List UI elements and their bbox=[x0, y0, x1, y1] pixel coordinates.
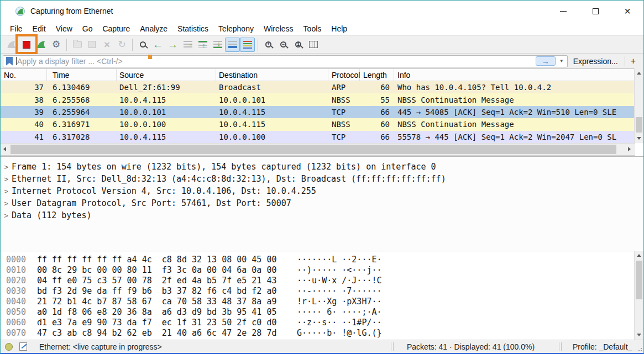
menu-go[interactable]: Go bbox=[77, 23, 98, 35]
hex-bytes[interactable]: ff ff ff ff ff ff a4 4c c8 8d 32 13 08 0… bbox=[37, 255, 287, 265]
packet-row-39[interactable]: 396.25596410.0.0.10110.0.4.115TCP66445 →… bbox=[1, 106, 635, 118]
filter-bookmark-icon[interactable] bbox=[6, 57, 13, 66]
scroll-down-arrow[interactable] bbox=[637, 334, 641, 336]
menu-capture[interactable]: Capture bbox=[97, 23, 135, 35]
stop-capture-button[interactable] bbox=[19, 38, 34, 52]
resize-grip[interactable] bbox=[636, 346, 642, 351]
zoom-normal-button[interactable]: 1 bbox=[291, 38, 306, 52]
packet-row-37[interactable]: 376.130469Dell_2f:61:99BroadcastARP60Who… bbox=[1, 81, 635, 93]
scroll-down-arrow[interactable] bbox=[637, 137, 641, 140]
expander-icon[interactable]: > bbox=[1, 199, 12, 208]
packet-list-vscrollbar[interactable] bbox=[634, 68, 643, 143]
scroll-left-arrow[interactable] bbox=[3, 147, 6, 151]
display-filter-input[interactable]: Apply a display filter ... <Ctrl-/> → ▼ bbox=[3, 55, 568, 67]
expander-icon[interactable]: > bbox=[1, 163, 12, 171]
column-header-time[interactable]: Time bbox=[47, 69, 117, 81]
expression-button[interactable]: Expression... bbox=[568, 57, 625, 66]
hex-ascii[interactable]: ··)····· ·<···j·· bbox=[297, 265, 382, 275]
expander-icon[interactable]: > bbox=[1, 212, 12, 220]
packet-row-38[interactable]: 386.25556810.0.4.11510.0.0.101NBSS55NBSS… bbox=[1, 93, 635, 105]
cell-len: 55 bbox=[360, 96, 394, 104]
scrollbar-thumb[interactable] bbox=[11, 145, 616, 154]
detail-line-3[interactable]: >User Datagram Protocol, Src Port: 57461… bbox=[1, 197, 643, 209]
menu-tools[interactable]: Tools bbox=[299, 23, 327, 35]
capture-options-button[interactable]: ⚙ bbox=[49, 38, 64, 52]
menu-help[interactable]: Help bbox=[326, 23, 352, 35]
hex-ascii[interactable]: ·······L ··2···E· bbox=[297, 255, 382, 265]
column-header-no[interactable]: No. bbox=[1, 69, 47, 81]
hex-ascii[interactable]: ··-····· ·7······ bbox=[297, 286, 382, 296]
scroll-up-arrow[interactable] bbox=[637, 254, 641, 257]
resize-columns-button[interactable] bbox=[306, 38, 321, 52]
hex-row-0070[interactable]: 007047 c3 ab c8 94 b2 62 eb 21 40 a6 6c … bbox=[1, 327, 643, 338]
scroll-right-arrow[interactable] bbox=[628, 147, 631, 151]
menu-bar: FileEditViewGoCaptureAnalyzeStatisticsTe… bbox=[1, 22, 643, 35]
apply-filter-button[interactable]: → bbox=[536, 56, 556, 66]
expander-icon[interactable]: > bbox=[1, 175, 12, 183]
zoom-out-button[interactable]: − bbox=[276, 38, 291, 52]
bytes-vscrollbar[interactable] bbox=[634, 251, 643, 340]
hex-row-0020[interactable]: 002004 ff e0 75 c3 57 00 78 2f ed 4a b5 … bbox=[1, 275, 643, 286]
packet-detail-pane: >Frame 1: 154 bytes on wire (1232 bits),… bbox=[1, 156, 643, 250]
profile-selector[interactable]: Profile: _Default_ bbox=[573, 342, 632, 351]
menu-file[interactable]: File bbox=[5, 23, 28, 35]
column-header-length[interactable]: Length bbox=[360, 69, 394, 81]
go-to-packet-button[interactable]: → bbox=[180, 38, 195, 52]
hex-bytes[interactable]: a0 1d f8 06 e8 20 36 8a a6 d3 d9 bd 3b 9… bbox=[37, 307, 287, 317]
column-header-source[interactable]: Source bbox=[117, 69, 216, 81]
close-button[interactable]: × bbox=[611, 1, 643, 22]
menu-statistics[interactable]: Statistics bbox=[172, 23, 213, 35]
auto-scroll-toggle[interactable] bbox=[225, 38, 240, 52]
hex-row-0060[interactable]: 0060d1 e3 7a e9 90 73 da f7 ec 1f 31 23 … bbox=[1, 317, 643, 327]
hex-ascii[interactable]: ····· 6· ····;·A· bbox=[297, 307, 382, 317]
menu-analyze[interactable]: Analyze bbox=[135, 23, 172, 35]
go-back-button[interactable]: ← bbox=[150, 38, 165, 52]
detail-line-0[interactable]: >Frame 1: 154 bytes on wire (1232 bits),… bbox=[1, 161, 643, 173]
packet-row-41[interactable]: 416.31702810.0.4.11510.0.0.100TCP6655578… bbox=[1, 131, 635, 143]
expert-info-icon[interactable] bbox=[5, 343, 13, 351]
hex-row-0040[interactable]: 004021 72 b1 4c b7 87 58 67 ca 70 58 33 … bbox=[1, 296, 643, 307]
go-to-top-button[interactable]: ↑ bbox=[195, 38, 210, 52]
hex-ascii[interactable]: !r·L··Xg ·pX3H7·· bbox=[297, 297, 382, 307]
hex-bytes[interactable]: 21 72 b1 4c b7 87 58 67 ca 70 58 33 48 3… bbox=[37, 297, 287, 307]
hex-bytes[interactable]: bd f3 2d 9e da ff f9 b6 b3 37 82 f6 c4 b… bbox=[37, 286, 287, 296]
packet-row-40[interactable]: 406.31697110.0.0.10010.0.4.115NBSS60NBSS… bbox=[1, 118, 635, 130]
hex-row-0000[interactable]: 0000ff ff ff ff ff ff a4 4c c8 8d 32 13 … bbox=[1, 254, 643, 265]
detail-line-4[interactable]: >Data (112 bytes) bbox=[1, 209, 643, 221]
hex-ascii[interactable]: ···u·W·x /·J···!C bbox=[297, 276, 382, 286]
zoom-in-button[interactable]: + bbox=[261, 38, 276, 52]
capture-comment-icon[interactable] bbox=[19, 342, 27, 351]
expander-icon[interactable]: > bbox=[1, 187, 12, 196]
column-header-info[interactable]: Info bbox=[394, 69, 635, 81]
menu-wireless[interactable]: Wireless bbox=[259, 23, 299, 35]
restart-capture-button[interactable] bbox=[34, 38, 49, 52]
column-header-protocol[interactable]: Protocol bbox=[328, 69, 360, 81]
colorize-toggle[interactable] bbox=[240, 38, 255, 52]
scroll-up-arrow[interactable] bbox=[637, 72, 641, 75]
hex-row-0010[interactable]: 001000 8c 29 bc 00 00 80 11 f3 3c 0a 00 … bbox=[1, 265, 643, 275]
hex-bytes[interactable]: 00 8c 29 bc 00 00 80 11 f3 3c 0a 00 04 6… bbox=[37, 265, 287, 275]
filter-history-dropdown[interactable]: ▼ bbox=[558, 59, 566, 64]
packet-list-hscrollbar[interactable] bbox=[1, 143, 635, 156]
hex-bytes[interactable]: 04 ff e0 75 c3 57 00 78 2f ed 4a b5 7f e… bbox=[37, 276, 287, 286]
detail-line-2[interactable]: >Internet Protocol Version 4, Src: 10.0.… bbox=[1, 185, 643, 197]
menu-view[interactable]: View bbox=[51, 23, 77, 35]
add-filter-button[interactable]: + bbox=[625, 56, 641, 66]
hex-ascii[interactable]: G·····b· !@·lG.(} bbox=[297, 328, 382, 338]
hex-bytes[interactable]: 47 c3 ab c8 94 b2 62 eb 21 40 a6 6c 47 2… bbox=[37, 328, 287, 338]
hex-row-0050[interactable]: 0050a0 1d f8 06 e8 20 36 8a a6 d3 d9 bd … bbox=[1, 307, 643, 317]
scrollbar-thumb[interactable] bbox=[636, 261, 642, 299]
minimize-button[interactable] bbox=[547, 1, 579, 22]
go-forward-button[interactable]: → bbox=[165, 38, 180, 52]
column-header-destination[interactable]: Destination bbox=[216, 69, 328, 81]
menu-edit[interactable]: Edit bbox=[28, 23, 51, 35]
hex-bytes[interactable]: d1 e3 7a e9 90 73 da f7 ec 1f 31 23 50 2… bbox=[37, 318, 287, 327]
scrollbar-thumb[interactable] bbox=[636, 117, 642, 133]
go-to-bottom-button[interactable]: ↓ bbox=[210, 38, 225, 52]
detail-line-1[interactable]: >Ethernet II, Src: Dell_8d:32:13 (a4:4c:… bbox=[1, 173, 643, 185]
hex-ascii[interactable]: ··z··s·· ··1#P/·· bbox=[297, 318, 382, 327]
find-packet-button[interactable] bbox=[135, 38, 150, 52]
maximize-button[interactable] bbox=[579, 1, 611, 22]
menu-telephony[interactable]: Telephony bbox=[213, 23, 259, 35]
hex-row-0030[interactable]: 0030bd f3 2d 9e da ff f9 b6 b3 37 82 f6 … bbox=[1, 286, 643, 296]
